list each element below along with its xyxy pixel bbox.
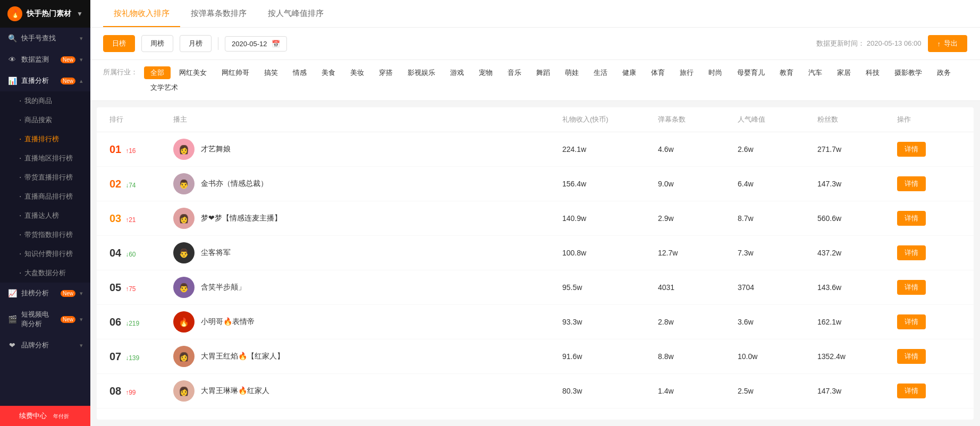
export-button[interactable]: ↑ 导出: [928, 35, 968, 52]
sidebar-item-goods-index-rank[interactable]: 带货指数排行榜: [0, 225, 90, 244]
industry-tag-wanghong-beauty[interactable]: 网红美女: [173, 66, 213, 79]
ranking-table: 排行 播主 礼物收入(快币) 弹幕条数 人气峰值 粉丝数 操作 01 ↑16 👩…: [97, 107, 974, 420]
tab-bullet-count[interactable]: 按弹幕条数排序: [180, 0, 257, 27]
sidebar-item-live-analysis[interactable]: 📊 直播分析 New ▴: [0, 70, 90, 91]
col-streamer: 播主: [173, 115, 562, 124]
detail-button[interactable]: 详情: [897, 245, 926, 260]
sidebar-item-my-goods[interactable]: 我的商品: [0, 91, 90, 110]
chart-icon: 📊: [7, 76, 17, 86]
detail-button[interactable]: 详情: [897, 349, 926, 364]
sidebar-item-monitor[interactable]: 👁 数据监测 New ▾: [0, 49, 90, 70]
sidebar-item-live-goods-rank[interactable]: 直播商品排行榜: [0, 187, 90, 206]
detail-button[interactable]: 详情: [897, 142, 926, 157]
table-row: 04 ↓60 👨 尘客将军 100.8w 12.7w 7.3w 437.2w 详…: [97, 236, 974, 270]
top-tabs: 按礼物收入排序 按弹幕条数排序 按人气峰值排序: [90, 0, 980, 28]
industry-tag-pet[interactable]: 宠物: [472, 66, 499, 79]
rank-number: 05: [109, 282, 121, 293]
sidebar-item-live-area-rank[interactable]: 直播地区排行榜: [0, 149, 90, 168]
fans-cell: 143.6w: [817, 283, 897, 292]
industry-tag-music[interactable]: 音乐: [501, 66, 528, 79]
logo-icon: 🔥: [7, 6, 22, 21]
gift-income-cell: 156.4w: [562, 180, 658, 188]
renewal-center[interactable]: 续费中心 年付折: [0, 406, 90, 426]
gift-income-cell: 140.9w: [562, 214, 658, 223]
rank-change: ↑99: [125, 389, 136, 396]
popularity-cell: 10.0w: [738, 352, 817, 361]
industry-tag-all[interactable]: 全部: [144, 66, 171, 79]
date-picker[interactable]: 2020-05-12 📅: [225, 36, 287, 52]
industry-tag-sport[interactable]: 体育: [645, 66, 671, 79]
sidebar-item-kuaishou[interactable]: 🔍 快手号查找 ▾: [0, 28, 90, 49]
new-badge: New: [61, 290, 75, 297]
industry-tag-photo[interactable]: 摄影教学: [888, 66, 928, 79]
industry-tag-wanghong-brother[interactable]: 网红帅哥: [215, 66, 256, 79]
fans-cell: 1352.4w: [817, 352, 897, 361]
sidebar-item-label: 挂榜分析: [21, 288, 54, 298]
industry-tag-food[interactable]: 美食: [315, 66, 342, 79]
detail-button[interactable]: 详情: [897, 280, 926, 295]
industry-tag-literature[interactable]: 文学艺术: [144, 81, 184, 94]
sidebar-item-hang-rank[interactable]: 📈 挂榜分析 New ▾: [0, 283, 90, 304]
streamer-cell: 👨 金书亦（情感总裁）: [173, 173, 562, 194]
rank-change: ↑21: [125, 216, 136, 224]
streamer-name: 金书亦（情感总裁）: [201, 179, 268, 189]
sidebar-item-knowledge-rank[interactable]: 知识付费排行榜: [0, 244, 90, 263]
industry-tag-tech[interactable]: 科技: [859, 66, 886, 79]
rank-number: 01: [109, 143, 121, 155]
industry-tag-doll[interactable]: 萌娃: [559, 66, 585, 79]
toolbar: 日榜 周榜 月榜 2020-05-12 📅 数据更新时间： 2020-05-13…: [90, 28, 980, 60]
industry-tag-makeup[interactable]: 美妆: [344, 66, 370, 79]
industry-tag-education[interactable]: 教育: [773, 66, 800, 79]
sidebar-item-label: 短视频电商分析: [21, 310, 54, 329]
industry-tag-travel[interactable]: 旅行: [673, 66, 700, 79]
detail-button[interactable]: 详情: [897, 176, 926, 191]
sidebar-item-brand[interactable]: ❤ 品牌分析 ▾: [0, 335, 90, 356]
action-cell: 详情: [897, 245, 961, 260]
detail-button[interactable]: 详情: [897, 314, 926, 329]
eye-icon: 👁: [7, 55, 17, 64]
rank-change: ↑16: [125, 147, 136, 155]
industry-tag-home[interactable]: 家居: [831, 66, 857, 79]
sidebar-item-short-video[interactable]: 🎬 短视频电商分析 New ▾: [0, 304, 90, 335]
sidebar-item-live-talent-rank[interactable]: 直播达人榜: [0, 206, 90, 225]
industry-tag-dance[interactable]: 舞蹈: [530, 66, 556, 79]
tab-popularity[interactable]: 按人气峰值排序: [257, 0, 334, 27]
industry-tag-car[interactable]: 汽车: [802, 66, 829, 79]
industry-tag-funny[interactable]: 搞笑: [258, 66, 284, 79]
period-daily-button[interactable]: 日榜: [103, 35, 135, 52]
period-weekly-button[interactable]: 周榜: [141, 35, 173, 52]
industry-tag-entertainment[interactable]: 影视娱乐: [401, 66, 442, 79]
action-cell: 详情: [897, 211, 961, 226]
rank-cell: 05 ↑75: [109, 282, 173, 294]
rank-change: ↑75: [125, 285, 136, 293]
streamer-name: 大胃王琳琳🔥红家人: [201, 386, 269, 396]
sidebar-item-live-rank[interactable]: 直播排行榜: [0, 130, 90, 149]
sidebar-logo[interactable]: 🔥 快手热门素材 ▼: [0, 0, 90, 28]
industry-tag-game[interactable]: 游戏: [444, 66, 470, 79]
sidebar-item-bigdata[interactable]: 大盘数据分析: [0, 263, 90, 283]
period-monthly-button[interactable]: 月榜: [180, 35, 212, 52]
col-bullet-count: 弹幕条数: [658, 115, 738, 124]
bullet-count-cell: 2.9w: [658, 214, 738, 223]
rank-number: 04: [109, 247, 121, 259]
action-cell: 详情: [897, 280, 961, 295]
sidebar-item-goods-search[interactable]: 商品搜索: [0, 110, 90, 130]
new-badge: New: [61, 316, 75, 323]
chevron-up-icon: ▴: [80, 78, 83, 84]
detail-button[interactable]: 详情: [897, 384, 926, 398]
bullet-count-cell: 8.8w: [658, 352, 738, 361]
industry-tag-fashion[interactable]: 穿搭: [373, 66, 399, 79]
sidebar-item-goods-live-rank[interactable]: 带货直播排行榜: [0, 168, 90, 187]
industry-tag-fashion2[interactable]: 时尚: [702, 66, 729, 79]
industry-tag-health[interactable]: 健康: [616, 66, 643, 79]
chevron-down-icon: ▾: [80, 56, 83, 63]
industry-tag-emotion[interactable]: 情感: [286, 66, 313, 79]
industry-tag-politics[interactable]: 政务: [931, 66, 957, 79]
tab-gift-income[interactable]: 按礼物收入排序: [103, 0, 180, 27]
trending-icon: 📈: [7, 288, 17, 298]
detail-button[interactable]: 详情: [897, 211, 926, 226]
bullet-count-cell: 4.6w: [658, 145, 738, 154]
industry-tag-baby[interactable]: 母婴育儿: [731, 66, 771, 79]
table-row: 08 ↑99 👩 大胃王琳琳🔥红家人 80.3w 1.4w 2.5w 147.3…: [97, 374, 974, 408]
industry-tag-life[interactable]: 生活: [587, 66, 614, 79]
